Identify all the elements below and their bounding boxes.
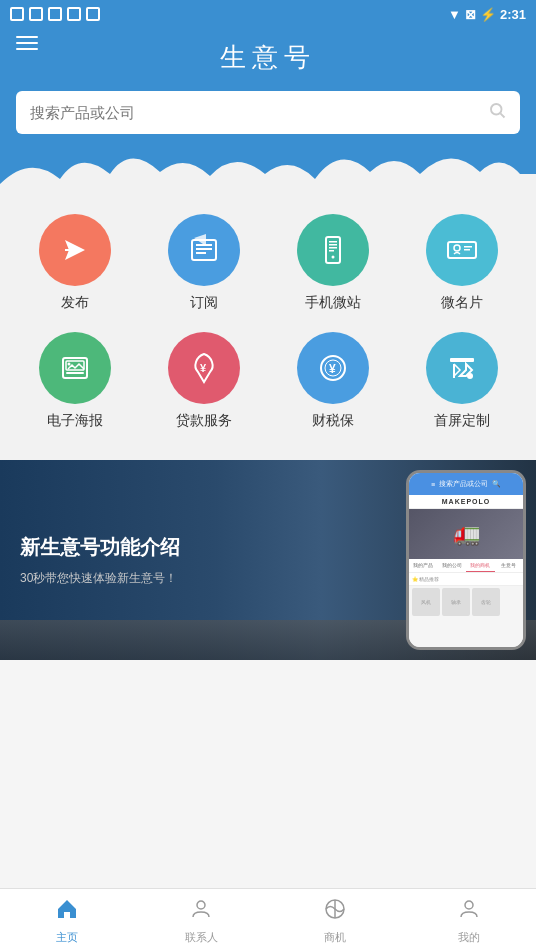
phone-frame: ≡ 搜索产品或公司 🔍 MAKEPOLO 🚛 我的产品 我的公司 我的商机 生意… [406,470,526,650]
banner-text: 新生意号功能介绍 30秒带您快速体验新生意号！ [0,514,376,607]
svg-line-1 [500,113,504,117]
menu-line-2 [16,42,38,44]
svg-rect-11 [329,247,337,249]
status-bar: ▼ ⊠ ⚡ 2:31 [0,0,536,28]
customize-label: 首屏定制 [434,412,490,430]
signal-strength: ⊠ [465,7,476,22]
extra-icon [86,7,100,21]
banner-phone: ≡ 搜索产品或公司 🔍 MAKEPOLO 🚛 我的产品 我的公司 我的商机 生意… [376,460,536,660]
phone-truck-image: 🚛 [409,509,523,559]
cloud-decoration [0,134,536,194]
subscribe-icon [168,214,240,286]
svg-rect-7 [196,252,206,254]
nav-item-mine[interactable]: 我的 [402,891,536,951]
svg-rect-10 [329,244,337,246]
grid-item-business-card[interactable]: 微名片 [407,214,517,312]
mobile-site-label: 手机微站 [305,294,361,312]
grid-item-customize[interactable]: 首屏定制 [407,332,517,430]
loan-label: 贷款服务 [176,412,232,430]
phone-body: MAKEPOLO 🚛 我的产品 我的公司 我的商机 生意号 ⭐ 精品推荐 风机 … [409,495,523,647]
download-icon [67,7,81,21]
search-bar [16,91,520,134]
mine-icon [457,897,481,927]
svg-point-27 [467,373,473,379]
grid-item-poster[interactable]: 电子海报 [20,332,130,430]
phone-tab-products: 我的产品 [409,559,438,572]
grid-item-loan[interactable]: ¥ 贷款服务 [149,332,259,430]
publish-label: 发布 [61,294,89,312]
contacts-label: 联系人 [185,930,218,945]
grid-row-2: 电子海报 ¥ 贷款服务 ¥ 财税保 [10,332,526,430]
phone-product-3: 齿轮 [472,588,500,616]
svg-point-13 [331,256,334,259]
phone-product-1: 风机 [412,588,440,616]
phone-tab-company: 我的公司 [438,559,467,572]
subscribe-label: 订阅 [190,294,218,312]
svg-rect-21 [66,372,84,374]
nav-item-contacts[interactable]: 联系人 [134,891,268,951]
svg-rect-6 [196,248,212,250]
business-card-icon [426,214,498,286]
menu-line-3 [16,48,38,50]
svg-point-31 [465,901,473,909]
grid-row-1: 发布 订阅 [10,214,526,312]
time: 2:31 [500,7,526,22]
status-right: ▼ ⊠ ⚡ 2:31 [448,7,526,22]
phone-tab-opportunities: 我的商机 [466,559,495,572]
phone-product-2: 轴承 [442,588,470,616]
customize-icon [426,332,498,404]
mobile-site-icon [297,214,369,286]
svg-point-15 [454,245,460,251]
app-title: 生意号 [220,40,316,75]
feature-grid: 发布 订阅 [0,194,536,460]
bt-icon [48,7,62,21]
phone-product-row: 风机 轴承 齿轮 [409,586,523,618]
svg-rect-17 [464,249,470,251]
phone-header: ≡ 搜索产品或公司 🔍 [409,473,523,495]
menu-button[interactable] [16,36,38,50]
svg-rect-26 [450,358,474,362]
app-header: 生意号 [0,28,536,91]
loan-icon: ¥ [168,332,240,404]
opportunities-label: 商机 [324,930,346,945]
bottom-navigation: 主页 联系人 商机 我的 [0,888,536,952]
signal-icon [10,7,24,21]
phone-logo: MAKEPOLO [409,495,523,509]
menu-line-1 [16,36,38,38]
svg-point-28 [197,901,205,909]
svg-rect-14 [448,242,476,258]
svg-text:¥: ¥ [329,362,336,376]
tax-icon: ¥ [297,332,369,404]
svg-rect-16 [464,246,472,248]
banner-subtitle: 30秒带您快速体验新生意号！ [20,570,356,587]
phone-products-label: ⭐ 精品推荐 [409,573,523,586]
tax-label: 财税保 [312,412,354,430]
poster-label: 电子海报 [47,412,103,430]
svg-rect-9 [329,241,337,243]
nav-item-opportunities[interactable]: 商机 [268,891,402,951]
banner-title: 新生意号功能介绍 [20,534,356,560]
poster-icon [39,332,111,404]
opportunities-icon [323,897,347,927]
phone-tabs: 我的产品 我的公司 我的商机 生意号 [409,559,523,573]
grid-item-publish[interactable]: 发布 [20,214,130,312]
svg-text:¥: ¥ [200,362,207,374]
grid-item-subscribe[interactable]: 订阅 [149,214,259,312]
search-input[interactable] [30,104,488,121]
wifi-icon [29,7,43,21]
grid-item-mobile-site[interactable]: 手机微站 [278,214,388,312]
home-icon [55,897,79,927]
svg-point-20 [67,363,70,366]
nav-item-home[interactable]: 主页 [0,891,134,951]
search-container [0,91,536,134]
contacts-icon [189,897,213,927]
mine-label: 我的 [458,930,480,945]
wifi-strength: ▼ [448,7,461,22]
search-icon[interactable] [488,101,506,124]
battery-icon: ⚡ [480,7,496,22]
svg-point-0 [491,104,502,115]
banner-section: 新生意号功能介绍 30秒带您快速体验新生意号！ ≡ 搜索产品或公司 🔍 MAKE… [0,460,536,660]
home-label: 主页 [56,930,78,945]
grid-item-tax[interactable]: ¥ 财税保 [278,332,388,430]
business-card-label: 微名片 [441,294,483,312]
